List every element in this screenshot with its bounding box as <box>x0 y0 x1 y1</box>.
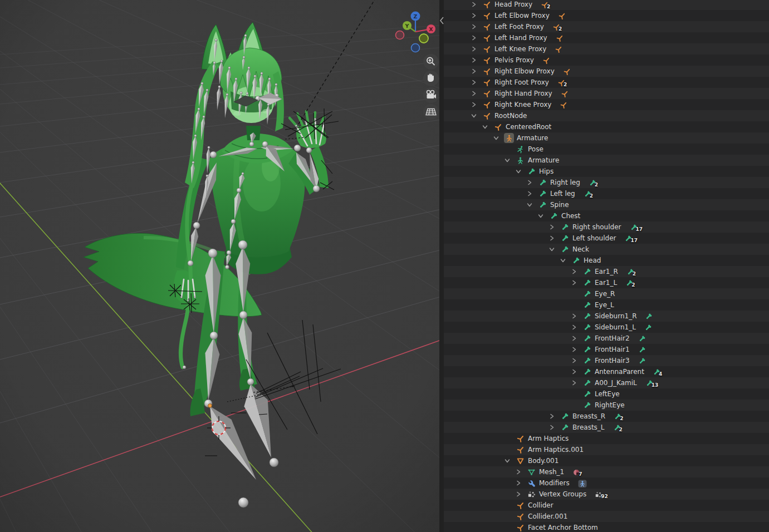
outliner-row[interactable]: Left Elbow Proxy <box>444 10 769 21</box>
expand-arrow[interactable] <box>471 23 477 30</box>
outliner-row[interactable]: Head <box>444 255 769 266</box>
expand-arrow[interactable] <box>471 112 477 119</box>
outliner-row[interactable]: Left Knee Proxy <box>444 43 769 55</box>
expand-arrow[interactable] <box>471 57 477 63</box>
outliner-row[interactable]: Chest <box>444 210 769 221</box>
expand-arrow[interactable] <box>493 135 499 141</box>
expand-arrow[interactable] <box>526 179 533 186</box>
expand-arrow[interactable] <box>560 257 566 264</box>
outliner-row[interactable]: Right shoulder 17 <box>444 221 769 233</box>
camera-button[interactable] <box>423 87 439 103</box>
empty-icon-slot <box>493 122 503 132</box>
expand-arrow[interactable] <box>526 201 533 208</box>
outliner-row[interactable]: Arm Haptics <box>444 433 769 444</box>
outliner-row[interactable]: Mesh_1 7 <box>444 466 769 477</box>
expand-arrow[interactable] <box>471 12 477 19</box>
expand-arrow[interactable] <box>548 224 555 230</box>
outliner-row[interactable]: Ear1_R 2 <box>444 266 769 277</box>
outliner-row[interactable]: Head Proxy 2 <box>444 0 769 10</box>
expand-arrow[interactable] <box>515 168 522 175</box>
expand-arrow[interactable] <box>471 46 477 52</box>
outliner-row[interactable]: Facet Anchor Bottom <box>444 522 769 532</box>
expand-arrow[interactable] <box>571 357 577 364</box>
expand-arrow[interactable] <box>548 413 555 420</box>
expand-arrow[interactable] <box>537 213 544 219</box>
outliner-row[interactable]: Pose <box>444 144 769 155</box>
outliner-row[interactable]: RootNode <box>444 110 769 121</box>
expand-arrow[interactable] <box>471 79 477 86</box>
gizmo-x-neg-ball[interactable] <box>396 31 404 40</box>
outliner-row[interactable]: Arm Haptics.001 <box>444 444 769 455</box>
outliner-row[interactable]: Right Hand Proxy <box>444 88 769 99</box>
expand-arrow[interactable] <box>504 457 511 464</box>
outliner-row[interactable]: Eye_L <box>444 299 769 311</box>
editor-divider[interactable] <box>439 0 444 532</box>
expand-arrow[interactable] <box>571 313 577 319</box>
outliner-row[interactable]: Right Knee Proxy <box>444 99 769 110</box>
outliner-row[interactable]: Left Hand Proxy <box>444 32 769 43</box>
outliner-row[interactable]: FrontHair3 <box>444 355 769 366</box>
outliner-row[interactable]: Collider <box>444 500 769 511</box>
expand-arrow[interactable] <box>471 68 477 75</box>
outliner-row-label: Right Foot Proxy <box>494 78 549 86</box>
outliner-row[interactable]: Armature <box>444 132 769 144</box>
expand-arrow[interactable] <box>471 101 477 108</box>
outliner-row[interactable]: Sideburn1_L <box>444 322 769 333</box>
outliner-row[interactable]: Left Foot Proxy 2 <box>444 21 769 32</box>
outliner-row[interactable]: Left leg 2 <box>444 188 769 199</box>
expand-arrow[interactable] <box>515 469 522 475</box>
expand-arrow[interactable] <box>471 35 477 41</box>
viewport-3d[interactable]: Z Y X <box>0 0 439 532</box>
outliner-row[interactable]: Ear1_L 2 <box>444 277 769 288</box>
expand-arrow[interactable] <box>571 279 577 286</box>
expand-arrow[interactable] <box>571 380 577 386</box>
outliner-row[interactable]: Modifiers <box>444 477 769 489</box>
outliner-row[interactable]: LeftEye <box>444 388 769 400</box>
grid-button[interactable] <box>423 104 439 120</box>
outliner-row[interactable]: Right Elbow Proxy <box>444 66 769 77</box>
outliner-row[interactable]: Armature <box>444 155 769 166</box>
expand-arrow[interactable] <box>548 235 555 242</box>
outliner-row[interactable]: Right leg 2 <box>444 177 769 188</box>
gizmo-y-neg-ball[interactable] <box>419 34 428 43</box>
expand-arrow[interactable] <box>548 246 555 253</box>
outliner-row[interactable]: Eye_R <box>444 288 769 299</box>
expand-arrow[interactable] <box>515 480 522 486</box>
outliner-row[interactable]: AntennaParent 4 <box>444 366 769 377</box>
zoom-button[interactable] <box>423 54 439 70</box>
expand-arrow[interactable] <box>526 190 533 197</box>
gizmo-z-neg-ball[interactable] <box>412 44 420 52</box>
expand-arrow[interactable] <box>482 124 488 130</box>
bone-icon-slot <box>571 255 581 265</box>
outliner-row[interactable]: Left shoulder 17 <box>444 233 769 244</box>
expand-arrow[interactable] <box>571 346 577 353</box>
outliner-row[interactable]: Right Foot Proxy 2 <box>444 77 769 88</box>
outliner-row[interactable]: A00_J_KamiL 13 <box>444 377 769 388</box>
outliner-row[interactable]: Body.001 <box>444 455 769 466</box>
outliner-row[interactable]: Sideburn1_R <box>444 311 769 322</box>
expand-arrow[interactable] <box>571 268 577 275</box>
outliner-row[interactable]: Neck <box>444 244 769 255</box>
expand-arrow[interactable] <box>571 368 577 375</box>
outliner-panel[interactable]: Head Proxy 2 Left Elbow Proxy Left Foot … <box>444 0 769 532</box>
outliner-row[interactable]: CenteredRoot <box>444 121 769 132</box>
expand-arrow[interactable] <box>571 324 577 331</box>
outliner-row[interactable]: Pelvis Proxy <box>444 55 769 66</box>
outliner-row[interactable]: Hips <box>444 166 769 177</box>
expand-arrow[interactable] <box>571 335 577 342</box>
expand-arrow[interactable] <box>471 90 477 97</box>
outliner-row[interactable]: FrontHair1 <box>444 344 769 355</box>
outliner-row[interactable]: RightEye <box>444 400 769 411</box>
outliner-row[interactable]: Breasts_L 2 <box>444 422 769 433</box>
bone-icon <box>583 390 591 398</box>
expand-arrow[interactable] <box>504 157 511 164</box>
pan-button[interactable] <box>423 71 439 86</box>
expand-arrow[interactable] <box>515 491 522 497</box>
outliner-row[interactable]: FrontHair2 <box>444 333 769 344</box>
outliner-row[interactable]: Collider.001 <box>444 511 769 522</box>
outliner-row[interactable]: Spine <box>444 199 769 210</box>
outliner-row[interactable]: Breasts_R 2 <box>444 411 769 422</box>
expand-arrow[interactable] <box>471 1 477 8</box>
expand-arrow[interactable] <box>548 424 555 431</box>
outliner-row[interactable]: Vertex Groups 92 <box>444 489 769 500</box>
